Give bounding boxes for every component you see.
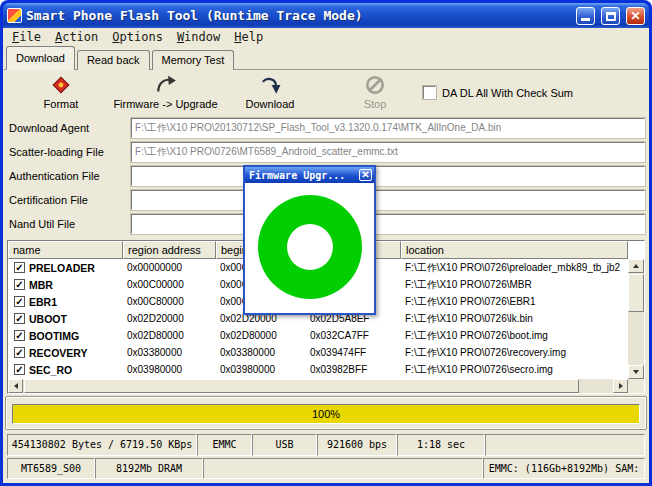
stop-icon (350, 74, 400, 98)
status-throughput: 454130802 Bytes / 6719.50 KBps (7, 434, 197, 456)
status-spacer (485, 434, 645, 456)
cell-location: F:\工作\X10 PRO\0726\secro.img (401, 363, 628, 377)
row-checkbox[interactable] (14, 347, 25, 358)
cert-file-label: Certification File (9, 194, 127, 206)
row-checkbox[interactable] (14, 262, 25, 273)
cell-region: 0x00C00000 (123, 279, 216, 290)
download-button[interactable]: Download (235, 74, 305, 110)
da-checksum-checkbox[interactable]: DA DL All With Check Sum (423, 86, 573, 99)
footer-chip: MT6589_S00 (7, 458, 95, 479)
app-window: Smart Phone Flash Tool (Runtime Trace Mo… (0, 0, 652, 486)
scroll-right-button[interactable] (613, 379, 628, 393)
col-name[interactable]: name (8, 241, 123, 259)
vertical-scrollbar[interactable] (628, 259, 644, 379)
maximize-icon (606, 12, 616, 21)
cell-name: EBR1 (29, 296, 57, 308)
cell-end: 0x032CA7FF (306, 330, 401, 341)
status-baud: 921600 bps (317, 434, 397, 456)
scrollbar-corner (628, 379, 644, 393)
cell-name: PRELOADER (29, 262, 95, 274)
arrow-down-icon (633, 370, 639, 374)
cell-region: 0x02D20000 (123, 313, 216, 324)
cell-region: 0x02D80000 (123, 330, 216, 341)
toolbar: Format Firmware -> Upgrade Download Stop (3, 72, 649, 118)
format-label: Format (44, 98, 79, 110)
table-row[interactable]: RECOVERY 0x03380000 0x03380000 0x039474F… (8, 344, 628, 361)
footer-spacer (203, 458, 483, 479)
download-agent-input[interactable]: F:\工作\X10 PRO\20130712\SP_Flash_Tool_v3.… (131, 118, 645, 138)
cell-region: 0x00000000 (123, 262, 216, 273)
tab-download[interactable]: Download (6, 46, 75, 70)
status-time: 1:18 sec (397, 434, 485, 456)
table-row[interactable]: BOOTIMG 0x02D80000 0x02D80000 0x032CA7FF… (8, 327, 628, 344)
checkbox-icon (423, 86, 436, 99)
menu-action[interactable]: Action (48, 29, 105, 45)
cell-name: UBOOT (29, 313, 67, 325)
progress-group: 100% (5, 396, 647, 430)
firmware-upgrade-icon (108, 74, 223, 98)
tab-read-back[interactable]: Read back (77, 50, 150, 70)
dialog-title: Firmware Upgr... (249, 170, 359, 181)
dialog-close-button[interactable]: ✕ (359, 169, 372, 181)
cell-begin: 0x02D80000 (216, 330, 306, 341)
vertical-scroll-thumb[interactable] (628, 274, 644, 312)
horizontal-scroll-thumb[interactable] (24, 379, 579, 393)
cell-name: RECOVERY (29, 347, 88, 359)
cell-name: SEC_RO (29, 364, 72, 376)
cell-region: 0x00C80000 (123, 296, 216, 307)
horizontal-scrollbar[interactable] (8, 379, 628, 393)
cell-location: F:\工作\X10 PRO\0726\lk.bin (401, 312, 628, 326)
menu-window[interactable]: Window (170, 29, 227, 45)
arrow-left-icon (14, 383, 18, 389)
close-icon: ✕ (627, 8, 644, 24)
cell-begin: 0x03980000 (216, 364, 306, 375)
cell-location: F:\工作\X10 PRO\0726\EBR1 (401, 295, 628, 309)
cell-region: 0x03980000 (123, 364, 216, 375)
row-checkbox[interactable] (14, 279, 25, 290)
format-button[interactable]: Format (28, 74, 94, 110)
table-row[interactable]: SEC_RO 0x03980000 0x03980000 0x03982BFF … (8, 361, 628, 378)
nand-util-input[interactable] (131, 214, 645, 234)
scroll-up-button[interactable] (628, 259, 644, 273)
scatter-file-label: Scatter-loading File (9, 146, 127, 158)
footer-emmc: EMMC: (116Gb+8192Mb) SAM: (483, 458, 645, 479)
field-row: Download Agent F:\工作\X10 PRO\20130712\SP… (7, 118, 645, 140)
field-row: Scatter-loading File F:\工作\X10 PRO\0726\… (7, 142, 645, 164)
row-checkbox[interactable] (14, 296, 25, 307)
stop-button[interactable]: Stop (350, 74, 400, 110)
scroll-left-button[interactable] (8, 379, 23, 393)
row-checkbox[interactable] (14, 330, 25, 341)
download-icon (235, 74, 305, 98)
auth-file-input[interactable] (131, 166, 645, 186)
window-title: Smart Phone Flash Tool (Runtime Trace Mo… (26, 8, 570, 23)
app-icon (7, 8, 22, 23)
minimize-button[interactable] (576, 7, 595, 25)
row-checkbox[interactable] (14, 364, 25, 375)
cert-file-input[interactable] (131, 190, 645, 210)
cell-location: F:\工作\X10 PRO\0726\preloader_mbk89_tb_jb… (401, 261, 628, 275)
tab-memory-test[interactable]: Memory Test (152, 50, 235, 70)
scatter-file-input[interactable]: F:\工作\X10 PRO\0726\MT6589_Android_scatte… (131, 142, 645, 162)
dialog-titlebar: Firmware Upgr... ✕ (245, 167, 374, 183)
col-region-address[interactable]: region address (123, 241, 216, 259)
menu-help[interactable]: Help (227, 29, 270, 45)
menu-options[interactable]: Options (105, 29, 170, 45)
cell-location: F:\工作\X10 PRO\0726\boot.img (401, 329, 628, 343)
footer-bar: MT6589_S00 8192Mb DRAM EMMC: (116Gb+8192… (7, 458, 645, 479)
download-label: Download (246, 98, 295, 110)
close-button[interactable]: ✕ (626, 7, 645, 25)
cell-region: 0x03380000 (123, 347, 216, 358)
row-checkbox[interactable] (14, 313, 25, 324)
cell-location: F:\工作\X10 PRO\0726\MBR (401, 278, 628, 292)
maximize-button[interactable] (601, 7, 620, 25)
progress-ring (258, 195, 362, 299)
tab-strip: Download Read back Memory Test (6, 46, 236, 70)
scroll-down-button[interactable] (628, 365, 644, 379)
status-storage: EMMC (197, 434, 252, 456)
firmware-upgrade-button[interactable]: Firmware -> Upgrade (108, 74, 223, 110)
format-icon (28, 74, 94, 98)
firmware-upgrade-dialog: Firmware Upgr... ✕ (243, 165, 376, 315)
col-location[interactable]: location (401, 241, 628, 259)
arrow-up-icon (633, 264, 639, 268)
menu-file[interactable]: File (5, 29, 48, 45)
